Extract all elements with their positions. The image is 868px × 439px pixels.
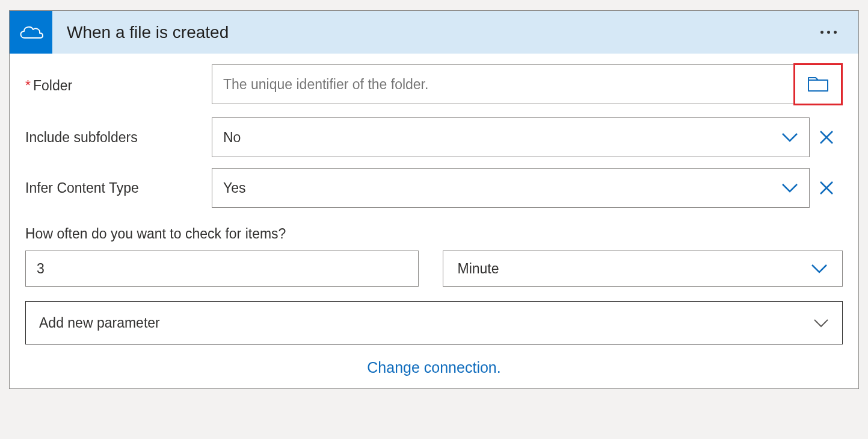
add-parameter-select[interactable]: Add new parameter bbox=[25, 301, 843, 344]
change-connection-link[interactable]: Change connection. bbox=[367, 359, 500, 376]
chevron-down-icon bbox=[781, 132, 798, 142]
close-icon bbox=[819, 180, 834, 196]
add-parameter-label: Add new parameter bbox=[39, 315, 160, 331]
folder-icon bbox=[807, 76, 829, 93]
chevron-down-icon bbox=[813, 319, 829, 328]
frequency-unit-select[interactable]: Minute bbox=[443, 251, 843, 287]
frequency-unit-value: Minute bbox=[458, 261, 499, 277]
trigger-card: When a file is created *Folder Include s… bbox=[9, 10, 859, 389]
change-connection-row: Change connection. bbox=[25, 359, 843, 376]
include-subfolders-select[interactable]: No bbox=[212, 117, 810, 157]
frequency-row: Minute bbox=[25, 251, 843, 287]
chevron-down-icon bbox=[811, 264, 828, 273]
infer-content-type-value: Yes bbox=[223, 180, 246, 196]
more-options-button[interactable] bbox=[818, 28, 839, 36]
folder-field-row: *Folder bbox=[25, 64, 843, 107]
infer-content-type-select[interactable]: Yes bbox=[212, 168, 810, 208]
remove-include-subfolders-button[interactable] bbox=[810, 117, 843, 157]
folder-input[interactable] bbox=[212, 64, 794, 104]
folder-label: *Folder bbox=[25, 78, 212, 94]
card-title: When a file is created bbox=[67, 23, 229, 42]
onedrive-icon bbox=[10, 11, 52, 54]
remove-infer-content-type-button[interactable] bbox=[810, 168, 843, 208]
infer-content-type-label: Infer Content Type bbox=[25, 180, 212, 196]
card-body: *Folder Include subfolders No bbox=[10, 54, 858, 388]
chevron-down-icon bbox=[781, 183, 798, 193]
folder-picker-button[interactable] bbox=[793, 63, 843, 105]
infer-content-type-row: Infer Content Type Yes bbox=[25, 168, 843, 208]
include-subfolders-label: Include subfolders bbox=[25, 129, 212, 146]
interval-input[interactable] bbox=[25, 251, 419, 287]
close-icon bbox=[819, 129, 834, 145]
required-indicator: * bbox=[25, 78, 31, 93]
include-subfolders-value: No bbox=[223, 129, 241, 146]
include-subfolders-row: Include subfolders No bbox=[25, 117, 843, 157]
frequency-label: How often do you want to check for items… bbox=[25, 226, 843, 242]
card-header: When a file is created bbox=[10, 11, 858, 54]
